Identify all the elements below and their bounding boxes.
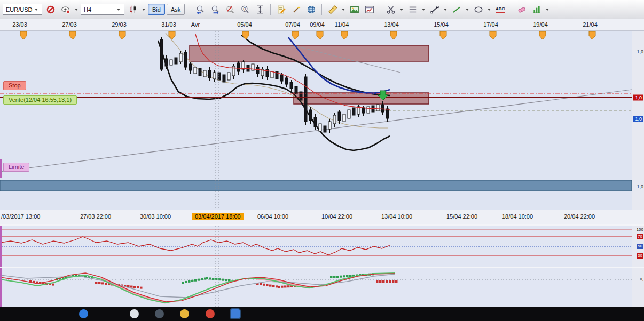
taskbar-app-red[interactable] [206,309,215,318]
watchlist-eye-icon[interactable] [59,3,72,16]
sell-order-label[interactable]: Vente(12/04 16:55,13,1) [3,95,77,105]
eraser-tool-icon[interactable] [515,3,528,16]
toolbar-separator [511,4,511,15]
time-axis[interactable]: /03/2017 13:0027/03 22:0030/03 10:0003/0… [0,210,644,224]
histogram-caret[interactable] [546,9,549,11]
date-marker [390,31,397,39]
date-marker [20,31,27,39]
magic-wand-icon[interactable] [289,3,303,16]
taskbar-app-blue-circle[interactable] [79,309,88,318]
horizontal-line-tool-icon[interactable] [406,3,419,16]
ruler-caret[interactable] [342,9,345,11]
main-chart-canvas[interactable] [0,31,632,210]
svg-text:Q: Q [243,6,246,11]
macd-indicator-canvas[interactable] [0,268,632,307]
rsi-line [0,237,390,255]
date-ruler-label: 11/04 [335,21,349,28]
macd-indicator-panel[interactable]: 0, [0,268,644,307]
price-axis[interactable]: 1,01,01,01,0 [632,31,644,210]
date-ruler-label: 05/04 [237,21,252,28]
instrument-select[interactable]: EUR/USD [3,4,42,15]
date-ruler-label: 27/03 [62,21,77,28]
chart-style-icon[interactable] [126,3,139,16]
fit-vertical-icon[interactable] [253,3,266,16]
stop-order-label[interactable]: Stop [3,81,26,90]
limit-order-label[interactable]: Limite [3,163,29,172]
zoom-selection-icon[interactable]: Q [238,3,252,16]
limit-order-edge-marker [0,159,2,178]
date-ruler-label: Avr [191,21,200,28]
price-axis-label: 1,0 [637,184,643,190]
supply-zone[interactable] [190,45,429,61]
time-axis-label: 27/03 22:00 [80,213,111,220]
new-chart-icon[interactable] [363,3,376,16]
zoom-next-icon[interactable] [208,3,222,16]
rsi-value-axis: 100705030 [632,226,644,267]
rsi-level-label: 30 [637,253,643,259]
ray-tool-icon[interactable] [450,3,463,16]
timeframe-select-caret [117,9,120,11]
date-ruler-label: 07/04 [285,21,300,28]
ray-caret[interactable] [466,9,469,11]
price-axis-label: 1,0 [633,116,643,122]
time-axis-label: 06/04 10:00 [257,213,288,220]
date-ruler-label: 17/04 [483,21,498,28]
date-marker [119,31,125,39]
notes-icon[interactable] [274,3,288,16]
gray-signal-line [0,274,395,298]
date-ruler: 23/0327/0329/0331/03Avr05/0407/0409/0411… [0,19,644,31]
time-axis-label: 30/03 10:00 [140,213,171,220]
rsi-level-label: 70 [637,234,643,239]
cut-caret[interactable] [400,9,403,11]
date-ruler-label: 23/03 [12,21,27,28]
zoom-disabled-icon[interactable] [223,3,237,16]
taskbar-app-yellow[interactable] [180,309,189,318]
toolbar-separator [380,4,380,15]
main-chart-area[interactable]: Stop Vente(12/04 16:55,13,1) Limite 1,01… [0,31,644,210]
supply-zone[interactable] [294,93,429,104]
ruler-icon[interactable] [326,3,339,16]
macd-zero-label: 0, [640,277,643,282]
ellipse-caret[interactable] [488,9,491,11]
rsi-indicator-panel[interactable]: 100705030 [0,226,644,267]
trading-platform-window: { "toolbar": { "instrument_label": "EUR/… [0,0,644,321]
toolbar-separator [270,4,271,15]
zoom-previous-icon[interactable] [193,3,207,16]
taskbar-app-dark[interactable] [155,309,164,318]
date-marker [242,31,249,39]
cut-tool-icon[interactable] [384,3,397,16]
date-marker [589,31,595,39]
toolbar-separator [321,4,322,15]
ask-button[interactable]: Ask [167,4,185,15]
panel-edge-marker [0,226,2,267]
snapshot-icon[interactable] [348,3,361,16]
rsi-level-label: 100 [637,227,643,232]
date-marker [341,31,348,39]
date-marker [69,31,76,39]
volume-histogram-icon[interactable] [530,3,543,16]
timeframe-select[interactable]: H4 [81,4,124,15]
support-band[interactable] [0,180,632,191]
taskbar-app-active-blue[interactable] [231,309,240,318]
date-ruler-label: 29/03 [112,21,127,28]
date-ruler-label: 15/04 [434,21,449,28]
rsi-indicator-canvas[interactable] [0,226,632,267]
trend-caret[interactable] [444,9,447,11]
instrument-menu-caret[interactable] [75,9,78,11]
time-axis-label: 15/04 22:00 [446,213,477,220]
text-tool-icon[interactable]: ABC [493,3,507,16]
date-marker [292,31,299,39]
taskbar-app-light[interactable] [130,309,139,318]
date-ruler-label: 31/03 [161,21,176,28]
os-taskbar[interactable] [0,307,644,321]
chart-style-caret[interactable] [142,9,145,11]
hide-indicator-icon[interactable] [44,3,57,16]
ellipse-tool-icon[interactable] [472,3,485,16]
bid-button[interactable]: Bid [148,4,165,15]
hline-caret[interactable] [422,9,425,11]
green-macd-line [0,273,395,303]
web-news-icon[interactable] [304,3,318,16]
time-axis-label: 18/04 10:00 [502,213,533,220]
trendline-tool-icon[interactable] [428,3,441,16]
date-marker [317,31,323,39]
